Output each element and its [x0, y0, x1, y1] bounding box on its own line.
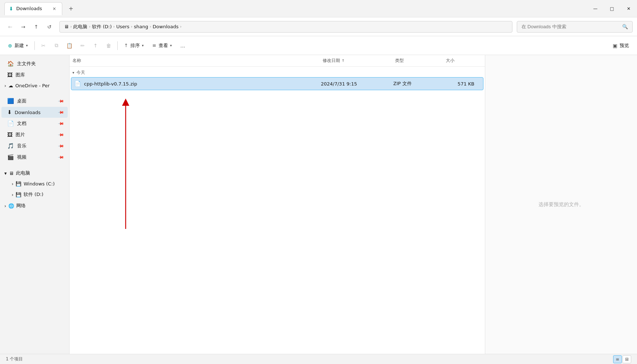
sidebar-item-downloads[interactable]: ⬇ Downloads 📌 [1, 107, 68, 118]
main-area: 🏠 主文件夹 🖼 图库 › ☁ OneDrive - Per 🟦 桌面 📌 ⬇ … [0, 55, 637, 354]
refresh-button[interactable]: ↺ [43, 21, 55, 33]
sidebar-windows-header[interactable]: › 💾 Windows (C:) [1, 179, 68, 189]
paste-icon: 📋 [66, 43, 72, 49]
breadcrumb-users[interactable]: Users [116, 24, 129, 29]
sidebar-spacer [0, 91, 69, 95]
col-type-label: 类型 [395, 58, 404, 64]
thispc-collapse-icon: ▾ [4, 171, 7, 176]
breadcrumb-thispc[interactable]: 此电脑 [73, 24, 87, 30]
videos-icon: 🎬 [7, 154, 14, 160]
back-button: ← [4, 21, 16, 33]
col-header-type[interactable]: 类型 [395, 58, 446, 64]
delete-icon: 🗑 [106, 43, 111, 49]
breadcrumb-shang[interactable]: shang [134, 24, 148, 29]
breadcrumb-downloads[interactable]: Downloads [153, 24, 179, 29]
sidebar-software-label: 软件 (D:) [24, 191, 43, 198]
documents-icon: 📄 [7, 120, 14, 127]
sidebar-network-header[interactable]: › 🌐 网络 [1, 200, 68, 211]
up-button[interactable]: ↑ [30, 21, 42, 33]
section-today-label: 今天 [76, 70, 85, 76]
network-icon: 🌐 [8, 203, 14, 209]
sidebar-item-home[interactable]: 🏠 主文件夹 [1, 58, 68, 69]
sidebar-item-music[interactable]: 🎵 音乐 📌 [1, 141, 68, 151]
file-pane: 名称 修改日期 ↑ 类型 大小 ▾ 今天 [70, 55, 485, 354]
software-icon: 💾 [16, 192, 21, 197]
search-input[interactable] [521, 24, 619, 29]
section-today: ▾ 今天 [70, 67, 485, 77]
more-icon: ... [180, 43, 185, 49]
file-area-wrapper: 名称 修改日期 ↑ 类型 大小 ▾ 今天 [70, 55, 485, 354]
sidebar-item-documents[interactable]: 📄 文档 📌 [1, 118, 68, 129]
title-bar: ⬇ Downloads × + — □ ✕ [0, 0, 637, 17]
title-bar-left: ⬇ Downloads × + [4, 2, 587, 15]
new-icon: ⊕ [8, 43, 12, 49]
software-expand-icon: › [12, 192, 13, 197]
sidebar-documents-label: 文档 [17, 120, 26, 127]
file-zip-icon: 📄 [74, 80, 81, 87]
sort-button[interactable]: ↑ 排序 ▾ [121, 40, 147, 51]
breadcrumb-d[interactable]: 软件 (D:) [92, 24, 112, 30]
home-icon: 🏠 [7, 60, 14, 67]
sidebar-item-desktop[interactable]: 🟦 桌面 📌 [1, 96, 68, 106]
file-row[interactable]: 📄 cpp-httplib-v0.7.15.zip 2024/7/31 9:15… [71, 77, 483, 90]
sidebar-windows-label: Windows (C:) [24, 181, 55, 187]
sidebar-item-gallery[interactable]: 🖼 图库 [1, 70, 68, 80]
forward-button[interactable]: → [17, 21, 29, 33]
pictures-icon: 🖼 [7, 131, 13, 138]
close-button[interactable]: ✕ [620, 0, 637, 17]
new-button[interactable]: ⊕ 新建 ▾ [4, 40, 32, 51]
col-header-name[interactable]: 名称 [72, 58, 323, 64]
toolbar: ⊕ 新建 ▾ ✂ ⧉ 📋 ✏ ↑ 🗑 ↑ 排序 ▾ ≡ 查看 ▾ ... ▣ 预… [0, 36, 637, 55]
sidebar-item-videos[interactable]: 🎬 视频 📌 [1, 152, 68, 163]
sidebar-home-label: 主文件夹 [17, 60, 36, 67]
minimize-button[interactable]: — [587, 0, 604, 17]
pin-icon-desktop: 📌 [57, 97, 64, 104]
preview-placeholder-text: 选择要预览的文件。 [538, 201, 584, 208]
share-button: ↑ [90, 40, 101, 51]
search-icon: 🔍 [622, 24, 628, 29]
file-name: cpp-httplib-v0.7.15.zip [84, 81, 137, 87]
breadcrumb[interactable]: 🖥 › 此电脑 › 软件 (D:) › Users › shang › Down… [59, 21, 512, 33]
sidebar-network-label: 网络 [16, 202, 26, 209]
pin-icon-downloads: 📌 [57, 109, 64, 116]
grid-view-button[interactable]: ⊞ [623, 355, 631, 363]
share-icon: ↑ [93, 43, 98, 49]
list-view-button[interactable]: ≡ [613, 355, 622, 363]
maximize-button[interactable]: □ [604, 0, 620, 17]
sidebar-thispc-header[interactable]: ▾ 🖥 此电脑 [1, 168, 68, 179]
col-header-size[interactable]: 大小 [446, 58, 482, 64]
active-tab[interactable]: ⬇ Downloads × [4, 2, 62, 15]
music-icon: 🎵 [7, 143, 14, 149]
windows-icon: 💾 [16, 181, 21, 187]
view-icon: ≡ [152, 43, 156, 48]
delete-button: 🗑 [103, 40, 114, 51]
copy-icon: ⧉ [55, 42, 58, 49]
file-date: 2024/7/31 9:15 [321, 81, 393, 87]
sidebar-videos-label: 视频 [17, 154, 26, 160]
more-button[interactable]: ... [177, 40, 189, 51]
sidebar-item-pictures[interactable]: 🖼 图片 📌 [1, 129, 68, 140]
sidebar-onedrive-header[interactable]: › ☁ OneDrive - Per [1, 81, 68, 91]
sidebar-downloads-label: Downloads [15, 110, 41, 115]
tab-close-button[interactable]: × [51, 5, 58, 12]
toolbar-right: ▣ 预览 [609, 40, 633, 51]
toolbar-sep-1 [34, 41, 35, 50]
preview-button[interactable]: ▣ 预览 [609, 40, 633, 51]
windows-expand-icon: › [12, 181, 13, 187]
status-view-buttons: ≡ ⊞ [613, 355, 631, 363]
rename-icon: ✏ [80, 43, 85, 49]
search-box[interactable]: 🔍 [517, 21, 633, 33]
section-chevron[interactable]: ▾ [72, 71, 74, 75]
col-header-date[interactable]: 修改日期 ↑ [323, 58, 395, 64]
preview-label: 预览 [620, 42, 629, 49]
sidebar-music-label: 音乐 [17, 143, 26, 149]
sidebar-software-header[interactable]: › 💾 软件 (D:) [1, 189, 68, 200]
new-tab-button[interactable]: + [65, 3, 77, 14]
sidebar: 🏠 主文件夹 🖼 图库 › ☁ OneDrive - Per 🟦 桌面 📌 ⬇ … [0, 55, 70, 354]
file-name-cell: 📄 cpp-httplib-v0.7.15.zip [74, 80, 321, 87]
pin-icon-pictures: 📌 [57, 131, 64, 138]
nav-bar: ← → ↑ ↺ 🖥 › 此电脑 › 软件 (D:) › Users › shan… [0, 17, 637, 36]
view-button[interactable]: ≡ 查看 ▾ [149, 40, 176, 51]
toolbar-sep-2 [117, 41, 118, 50]
copy-button: ⧉ [51, 40, 62, 51]
